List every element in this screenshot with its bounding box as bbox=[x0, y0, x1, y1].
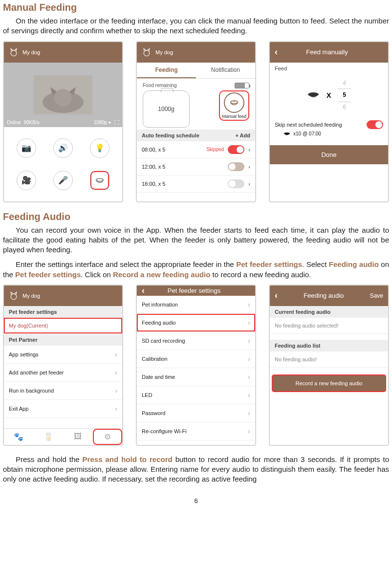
picker-option[interactable]: 4 bbox=[338, 78, 351, 89]
chevron-right-icon: › bbox=[248, 147, 250, 153]
svg-point-9 bbox=[11, 294, 17, 300]
pet-icon bbox=[9, 291, 19, 301]
list-item[interactable]: Pet information› bbox=[137, 296, 255, 314]
appbar-title: My dog bbox=[22, 49, 40, 55]
manual-feed-button[interactable] bbox=[90, 171, 109, 190]
svg-point-8 bbox=[284, 132, 290, 134]
done-button[interactable]: Done bbox=[270, 145, 388, 164]
current-feeder-row[interactable]: My dog(Current) bbox=[4, 318, 122, 334]
manual-feed-label: Manual feed bbox=[222, 114, 246, 119]
bowl-small-icon bbox=[283, 132, 290, 136]
list-item[interactable]: Exit App› bbox=[4, 400, 122, 418]
appbar: My dog bbox=[4, 286, 122, 306]
appbar: ‹ Feed manually bbox=[270, 42, 388, 63]
no-audio-in-list: No feeding audio! bbox=[270, 352, 388, 368]
bottom-tabbar: 🐾 🥛 🖼 ⚙ bbox=[4, 428, 122, 445]
back-button[interactable]: ‹ bbox=[275, 47, 278, 57]
snapshot-button[interactable]: 📷 bbox=[17, 138, 36, 158]
bowl-icon bbox=[94, 175, 105, 186]
chevron-right-icon: › bbox=[248, 427, 250, 435]
toggle[interactable] bbox=[228, 145, 244, 154]
picker-option[interactable]: 6 bbox=[338, 102, 351, 113]
list-item[interactable]: Reboot› bbox=[137, 440, 255, 446]
no-audio-selected: No feeding audio selected! bbox=[270, 318, 388, 334]
light-button[interactable]: 💡 bbox=[90, 138, 109, 158]
schedule-time: 08:00, x 5 bbox=[142, 147, 165, 153]
control-pad: 📷 🔊 💡 🎥 🎤 bbox=[4, 127, 122, 201]
mic-button[interactable]: 🎤 bbox=[53, 171, 73, 190]
chevron-right-icon: › bbox=[115, 369, 117, 376]
back-button[interactable]: ‹ bbox=[275, 290, 278, 301]
screenshots-row-2: My dog Pet feeder settings My dog(Curren… bbox=[3, 285, 389, 446]
back-button[interactable]: ‹ bbox=[142, 286, 145, 296]
svg-point-3 bbox=[54, 89, 72, 107]
manual-feed-button[interactable] bbox=[224, 92, 244, 113]
list-item[interactable]: Date and time› bbox=[137, 368, 255, 386]
chevron-right-icon: › bbox=[248, 355, 250, 363]
list-item[interactable]: SD card recording› bbox=[137, 332, 255, 350]
paragraph-press-hold: Press and hold the Press and hold to rec… bbox=[3, 455, 389, 484]
appbar: ‹ Pet feeder settings bbox=[137, 286, 255, 296]
fullscreen-icon[interactable]: ⛶ bbox=[113, 120, 119, 125]
chevron-right-icon: › bbox=[115, 405, 117, 413]
list-item[interactable]: App settings› bbox=[4, 346, 122, 364]
resolution[interactable]: 1080p ▾ bbox=[94, 120, 111, 125]
list-item[interactable]: Add another pet feeder› bbox=[4, 364, 122, 382]
add-schedule-button[interactable]: + Add bbox=[236, 132, 250, 138]
save-button[interactable]: Save bbox=[370, 292, 383, 299]
screenshot-pet-feeder-settings: ‹ Pet feeder settings Pet information› F… bbox=[136, 285, 256, 446]
current-feeder-label: My dog(Current) bbox=[9, 323, 48, 329]
toggle[interactable] bbox=[228, 179, 244, 188]
bowl-icon bbox=[229, 97, 240, 108]
chevron-right-icon: › bbox=[248, 301, 250, 308]
auto-schedule-header: Auto feeding schedule + Add bbox=[137, 130, 255, 141]
record-new-audio-button[interactable]: Record a new feeding audio bbox=[273, 375, 385, 391]
online-label: Online bbox=[7, 120, 21, 125]
appbar-title: Feed manually bbox=[282, 48, 372, 56]
picker-selected[interactable]: 5 bbox=[338, 88, 351, 102]
tab-settings-icon[interactable]: ⚙ bbox=[93, 429, 123, 445]
pet-icon bbox=[142, 47, 152, 57]
schedule-row[interactable]: 18:00, x 5 › bbox=[137, 176, 255, 193]
cat-image-placeholder bbox=[34, 75, 92, 114]
audio-button[interactable]: 🔊 bbox=[53, 138, 73, 158]
chevron-right-icon: › bbox=[248, 164, 250, 170]
svg-point-4 bbox=[96, 178, 104, 181]
schedule-time: 18:00, x 5 bbox=[142, 181, 165, 187]
list-item[interactable]: Run in background› bbox=[4, 382, 122, 400]
list-item[interactable]: Re-configure Wi-Fi› bbox=[137, 422, 255, 440]
tab-feeding[interactable]: Feeding bbox=[137, 63, 196, 78]
svg-point-0 bbox=[11, 50, 17, 56]
food-remaining-label: Food remaining bbox=[143, 83, 176, 88]
bowl-icon bbox=[307, 90, 320, 100]
chevron-right-icon: › bbox=[248, 445, 250, 446]
appbar-title: Feeding audio bbox=[282, 292, 366, 299]
heading-feeding-audio: Feeding Audio bbox=[3, 211, 389, 222]
paragraph-feeding-audio-2: Enter the settings interface and select … bbox=[3, 260, 389, 280]
appbar-title: My dog bbox=[22, 293, 40, 299]
tab-paw-icon[interactable]: 🐾 bbox=[4, 429, 34, 445]
toggle[interactable] bbox=[228, 162, 244, 171]
schedule-row[interactable]: 08:00, x 5 Skipped› bbox=[137, 141, 255, 158]
servings-picker[interactable]: X 4 5 6 bbox=[270, 71, 388, 117]
appbar-title: Pet feeder settings bbox=[149, 287, 240, 294]
section-pet-feeder-settings: Pet feeder settings bbox=[4, 306, 122, 318]
list-item-feeding-audio[interactable]: Feeding audio› bbox=[137, 314, 255, 332]
video-preview[interactable]: Online 99KB/s 1080p ▾ ⛶ bbox=[4, 63, 122, 127]
appbar: ‹ Feeding audio Save bbox=[270, 286, 388, 306]
appbar-title: My dog bbox=[155, 49, 173, 55]
chevron-right-icon: › bbox=[248, 337, 250, 345]
list-item[interactable]: Password› bbox=[137, 404, 255, 422]
skip-toggle[interactable] bbox=[367, 120, 383, 129]
tab-feeder-icon[interactable]: 🥛 bbox=[34, 429, 64, 445]
chevron-right-icon: › bbox=[248, 391, 250, 399]
list-item[interactable]: LED› bbox=[137, 386, 255, 404]
list-item[interactable]: Calibration› bbox=[137, 350, 255, 368]
section-audio-list: Feeding audio list bbox=[270, 340, 388, 352]
page-number: 6 bbox=[3, 497, 389, 505]
schedule-row[interactable]: 12:00, x 5 › bbox=[137, 158, 255, 176]
pet-icon bbox=[9, 47, 19, 57]
tab-notification[interactable]: Notification bbox=[196, 63, 255, 78]
record-button[interactable]: 🎥 bbox=[17, 171, 36, 190]
tab-gallery-icon[interactable]: 🖼 bbox=[63, 429, 93, 445]
